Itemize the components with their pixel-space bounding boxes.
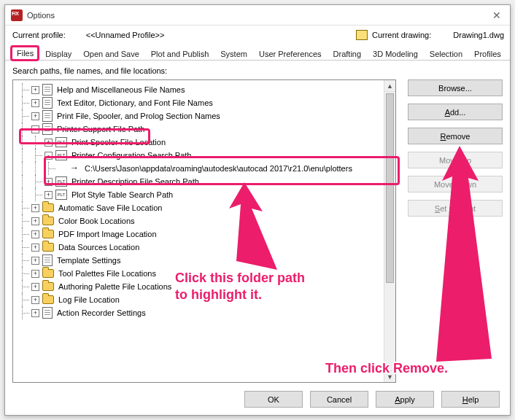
tree-node-label: Help and Miscellaneous File Names	[57, 85, 185, 94]
scroll-down-icon[interactable]: ▼	[384, 370, 395, 382]
folder-icon	[42, 269, 54, 278]
tree-node-label: Automatic Save File Location	[58, 203, 162, 212]
tab-display[interactable]: Display	[39, 46, 77, 61]
tab-open-save[interactable]: Open and Save	[77, 46, 144, 61]
expand-icon[interactable]: +	[31, 112, 39, 120]
expand-icon[interactable]: +	[31, 244, 39, 252]
scroll-thumb[interactable]	[386, 93, 394, 283]
tree-node[interactable]: +Template Settings	[16, 254, 395, 267]
document-icon	[42, 123, 53, 135]
collapse-icon[interactable]: -	[31, 125, 39, 133]
tree-node-label: Authoring Palette File Locations	[58, 282, 171, 291]
tree-scrollbar[interactable]: ▲ ▼	[384, 80, 395, 382]
expand-icon[interactable]: +	[31, 86, 39, 94]
tab-files[interactable]: Files	[11, 45, 39, 61]
tree-node[interactable]: +PLTPlot Style Table Search Path	[16, 188, 395, 201]
profile-label: Current profile:	[12, 31, 66, 39]
apply-button[interactable]: Apply	[376, 391, 434, 408]
close-icon[interactable]: ✕	[491, 9, 503, 21]
tree-node[interactable]: +Action Recorder Settings	[16, 306, 395, 319]
tree-node-label: C:\Users\Jason\appdata\roaming\autodesk\…	[85, 164, 352, 173]
tree-node[interactable]: +Text Editor, Dictionary, and Font File …	[16, 96, 395, 109]
tree-node[interactable]: +Log File Location	[16, 293, 395, 306]
tree-node[interactable]: +Tool Palettes File Locations	[16, 267, 395, 280]
document-icon	[42, 307, 53, 319]
tab-plot-publish[interactable]: Plot and Publish	[145, 46, 215, 61]
folder-icon	[42, 230, 54, 238]
tree-node-label: Text Editor, Dictionary, and Font File N…	[57, 98, 213, 107]
tree-node-label: Color Book Locations	[58, 217, 135, 225]
titlebar: Options ✕	[5, 5, 510, 26]
window-title: Options	[27, 11, 55, 20]
scroll-up-icon[interactable]: ▲	[384, 80, 395, 92]
drawing-icon	[356, 30, 368, 40]
tree-node-label: Action Recorder Settings	[57, 308, 146, 317]
folder-icon	[42, 243, 54, 252]
dialog-button-row: OK Cancel Apply Help	[244, 391, 500, 408]
tab-user-prefs[interactable]: User Preferences	[253, 46, 328, 61]
side-button-column: Browse... Add... Remove Move Up Move Dow…	[408, 79, 503, 217]
tree-node-label: Printer Description File Search Path	[71, 177, 199, 186]
expand-icon[interactable]: +	[31, 309, 39, 317]
tree-node[interactable]: -Printer Support File Path	[16, 122, 395, 136]
tree-node[interactable]: C:\Users\Jason\appdata\roaming\autodesk\…	[16, 162, 395, 175]
cancel-button[interactable]: Cancel	[310, 391, 368, 408]
expand-icon[interactable]: +	[44, 178, 53, 186]
tab-system[interactable]: System	[214, 46, 253, 61]
content-area: Search paths, file names, and file locat…	[12, 66, 503, 383]
tree-node-label: Tool Palettes File Locations	[58, 269, 156, 278]
document-icon	[42, 97, 53, 109]
tree-node[interactable]: -PLTPrinter Configuration Search Path	[16, 149, 395, 162]
tree-node-label: Data Sources Location	[58, 243, 139, 252]
tree-node-label: Plot Style Table Search Path	[71, 190, 173, 199]
app-icon	[11, 9, 23, 21]
movedown-button: Move Down	[408, 176, 503, 192]
tree-node[interactable]: +PDF Import Image Location	[16, 228, 395, 241]
browse-button[interactable]: Browse...	[408, 79, 503, 96]
expand-icon[interactable]: +	[31, 283, 39, 291]
tree-node-label: Printer Support File Path	[57, 125, 144, 133]
tree-node[interactable]: +PLTPrint Spooler File Location	[16, 136, 395, 149]
plotter-icon: PLT	[55, 150, 67, 160]
tree-caption: Search paths, file names, and file locat…	[12, 66, 503, 75]
tab-selection[interactable]: Selection	[424, 46, 468, 61]
help-button[interactable]: Help	[441, 391, 500, 408]
tree-node[interactable]: +Color Book Locations	[16, 214, 395, 228]
plotter-icon: PLT	[55, 137, 67, 147]
tree-node-label: Log File Location	[58, 295, 120, 304]
drawing-label: Current drawing:	[372, 31, 431, 39]
folder-icon	[42, 217, 54, 225]
file-tree[interactable]: +Help and Miscellaneous File Names+Text …	[12, 79, 396, 383]
tree-node-label: Printer Configuration Search Path	[71, 151, 191, 160]
plotter-icon: PLT	[55, 176, 67, 187]
expand-icon[interactable]: +	[31, 99, 39, 107]
expand-icon[interactable]: +	[44, 191, 53, 199]
path-arrow-icon	[69, 163, 80, 174]
expand-icon[interactable]: +	[44, 139, 53, 147]
tree-node[interactable]: +Print File, Spooler, and Prolog Section…	[16, 109, 395, 122]
tree-node[interactable]: +Data Sources Location	[16, 241, 395, 254]
folder-icon	[42, 282, 54, 291]
document-icon	[42, 254, 53, 266]
tree-node[interactable]: +Automatic Save File Location	[16, 201, 395, 214]
expand-icon[interactable]: +	[31, 217, 39, 225]
tree-node[interactable]: +Authoring Palette File Locations	[16, 280, 395, 293]
expand-icon[interactable]: +	[31, 296, 39, 304]
add-button[interactable]: Add...	[408, 104, 503, 120]
tree-node-label: Template Settings	[57, 256, 120, 265]
collapse-icon[interactable]: -	[44, 152, 53, 160]
tab-drafting[interactable]: Drafting	[328, 46, 368, 61]
expand-icon[interactable]: +	[31, 257, 39, 265]
expand-icon[interactable]: +	[31, 270, 39, 278]
document-icon	[42, 84, 53, 96]
tab-profiles[interactable]: Profiles	[468, 46, 507, 61]
expand-icon[interactable]: +	[31, 230, 39, 238]
tree-node[interactable]: +PLTPrinter Description File Search Path	[16, 175, 395, 188]
plotter-icon: PLT	[55, 190, 67, 200]
ok-button[interactable]: OK	[244, 391, 303, 408]
tab-3d-modeling[interactable]: 3D Modeling	[367, 46, 424, 61]
tree-node[interactable]: +Help and Miscellaneous File Names	[16, 83, 395, 96]
remove-button[interactable]: Remove	[408, 128, 503, 144]
expand-icon[interactable]: +	[31, 204, 39, 212]
profile-value: <<Unnamed Profile>>	[71, 31, 165, 39]
